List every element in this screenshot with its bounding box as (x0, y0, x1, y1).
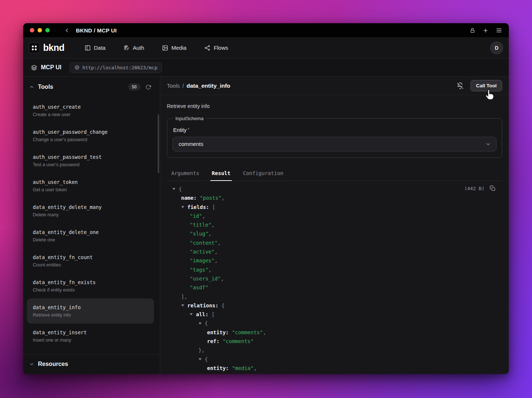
tool-name: auth_user_token (33, 179, 148, 185)
close-window-button[interactable] (30, 28, 34, 32)
window-title: BKND / MCP UI (76, 27, 117, 34)
entity-select-value: comments (179, 141, 203, 147)
bell-off-icon (456, 82, 464, 90)
nav-label: Auth (133, 45, 144, 51)
json-line: "slug", (167, 229, 502, 238)
json-key: ref: (207, 373, 220, 374)
app-header: bknd Data Auth Media Flows D (23, 37, 509, 59)
json-punct: , (221, 193, 224, 202)
tab[interactable]: Configuration (238, 167, 288, 181)
nav-item-media[interactable]: Media (162, 45, 186, 51)
json-punct: { (218, 301, 225, 310)
mcp-url: http://localhost:28623/mcp (83, 65, 158, 70)
copy-result-button[interactable] (490, 185, 496, 191)
tool-detail-panel: Tools / data_entity_info Call Tool Retri… (160, 77, 509, 374)
tree-caret-icon[interactable] (199, 322, 205, 325)
result-meta: (442 B) (464, 185, 496, 191)
tool-description: Delete many (33, 212, 148, 218)
lock-button[interactable] (470, 28, 475, 33)
tool-list-item[interactable]: data_entity_info Retrieve entity info (27, 298, 154, 324)
nav-item-data[interactable]: Data (84, 45, 106, 51)
json-line: entity: "comments", (167, 328, 502, 337)
tool-description: Delete one (33, 237, 148, 243)
json-punct: , (209, 265, 211, 274)
json-key: relations: (188, 301, 218, 310)
tool-description: Check if entity exists (33, 287, 148, 293)
tool-description: Test a user's password (33, 162, 148, 168)
globe-icon (74, 65, 80, 70)
tree-caret-icon[interactable] (181, 206, 188, 208)
notifications-off-button[interactable] (456, 82, 464, 90)
required-mark: * (188, 127, 189, 132)
tree-caret-icon[interactable] (172, 188, 179, 190)
tree-caret-icon[interactable] (190, 313, 196, 315)
tool-list-item[interactable]: data_entity_delete_one Delete one (27, 223, 154, 248)
tool-description: Create a new user (33, 112, 148, 118)
resources-section-header[interactable]: Resources (23, 355, 160, 374)
maximize-window-button[interactable] (45, 28, 50, 32)
traffic-lights (30, 28, 50, 32)
json-punct: , (211, 220, 214, 229)
tool-name: auth_user_create (33, 104, 148, 110)
header-actions: Call Tool (456, 80, 502, 91)
back-button[interactable] (64, 27, 70, 34)
input-schema-fieldset: InputSchema Entity* comments (167, 116, 502, 158)
nav-item-flows[interactable]: Flows (204, 45, 228, 51)
json-line: "images", (167, 256, 502, 265)
tree-caret-icon[interactable] (181, 304, 188, 307)
tool-list-item[interactable]: data_entity_delete_many Delete many (27, 198, 154, 223)
avatar[interactable]: D (490, 41, 503, 55)
json-line: "tags", (167, 265, 502, 274)
json-line: { (167, 355, 502, 364)
chevron-down-icon (29, 362, 34, 367)
entity-select[interactable]: comments (172, 137, 497, 151)
menu-button[interactable] (496, 27, 502, 34)
tool-list-item[interactable]: auth_user_password_change Change a user'… (27, 123, 154, 148)
tool-list-item[interactable]: auth_user_password_test Test a user's pa… (27, 148, 154, 173)
bknd-logo[interactable]: bknd (29, 42, 64, 53)
tool-list-item[interactable]: auth_user_token Get a user token (27, 173, 154, 198)
json-punct: , (214, 247, 217, 256)
tools-section-header[interactable]: Tools 50 (23, 77, 160, 95)
tool-description: Change a user's password (33, 137, 148, 143)
sidebar-scrollbar[interactable] (158, 114, 159, 173)
json-line: "asdf" (167, 283, 502, 292)
new-tab-button[interactable]: + (483, 27, 488, 34)
json-string: "comments" (229, 328, 263, 337)
tool-description: Count entities (33, 262, 148, 268)
tab[interactable]: Arguments (167, 167, 204, 181)
image-icon (162, 45, 168, 51)
mcp-url-chip[interactable]: http://localhost:28623/mcp (70, 62, 162, 73)
json-string: "asdf" (190, 283, 209, 292)
refresh-tools-button[interactable] (146, 84, 151, 90)
json-line: name: "posts", (167, 193, 502, 202)
result-tabs: Arguments Result Configuration (167, 167, 502, 181)
hamburger-menu-icon (496, 27, 502, 34)
chevron-up-icon (29, 84, 34, 90)
json-string: "content" (190, 238, 218, 247)
entity-field-label: Entity* (173, 127, 497, 133)
tool-name: auth_user_password_change (33, 129, 148, 135)
tool-list-item[interactable]: data_entity_insert Insert one or many (27, 324, 154, 349)
minimize-window-button[interactable] (38, 28, 42, 32)
tree-caret-icon[interactable] (199, 358, 205, 360)
json-line: relations: { (167, 301, 502, 310)
tools-count-badge: 50 (128, 83, 140, 91)
call-tool-button[interactable]: Call Tool (470, 80, 502, 91)
json-string: "title" (190, 220, 211, 229)
tool-list-item[interactable]: auth_user_create Create a new user (27, 98, 154, 123)
result-size: (442 B) (464, 186, 484, 191)
tools-sidebar: Tools 50 auth_user_create Create a new u… (23, 77, 160, 374)
json-punct: { (205, 355, 208, 364)
json-punct: , (202, 212, 205, 220)
fingerprint-icon (123, 45, 130, 51)
json-key: all: (196, 310, 209, 319)
nav-label: Flows (214, 45, 228, 51)
tool-list-item[interactable]: data_entity_fn_exists Check if entity ex… (27, 273, 154, 298)
json-string: "comments" (220, 337, 254, 346)
breadcrumb-root[interactable]: Tools (167, 83, 180, 89)
json-key: fields: (188, 203, 209, 212)
nav-item-auth[interactable]: Auth (123, 45, 144, 51)
tab[interactable]: Result (207, 167, 235, 181)
tool-list-item[interactable]: data_entity_fn_count Count entities (27, 248, 154, 273)
